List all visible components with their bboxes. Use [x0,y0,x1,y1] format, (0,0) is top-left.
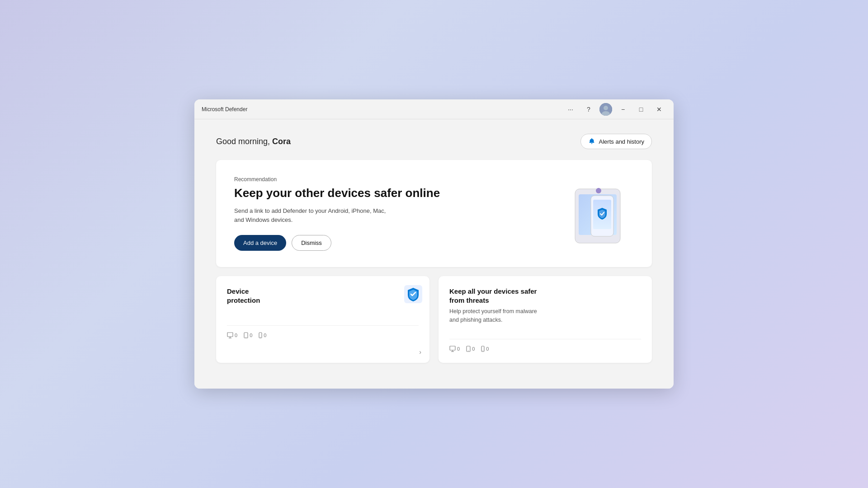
svg-point-21 [468,350,468,351]
phone-count-2-value: 0 [486,346,489,352]
recommendation-buttons: Add a device Dismiss [234,235,561,251]
alerts-history-button[interactable]: Alerts and history [580,134,652,149]
device-illustration [561,180,634,248]
desktop-icon [227,332,233,338]
tablet-icon-2 [466,346,471,352]
avatar-image [599,103,612,116]
close-button[interactable]: ✕ [652,102,666,117]
tablet-count-value: 0 [250,333,252,338]
tablet-count: 0 [244,332,252,338]
app-title: Microsoft Defender [202,106,563,113]
minimize-button[interactable]: − [616,102,630,117]
greeting-text: Good morning, Cora [216,137,291,146]
phone-count: 0 [259,332,266,338]
minimize-icon: − [621,106,625,113]
phone-icon [259,332,262,338]
svg-point-23 [483,350,483,351]
svg-point-16 [260,337,261,338]
help-icon: ? [587,106,590,113]
alerts-button-label: Alerts and history [599,138,644,145]
desktop-count-2: 0 [449,346,460,352]
svg-rect-10 [227,333,233,337]
desktop-icon-2 [449,346,456,352]
recommendation-title: Keep your other devices safer online [234,186,561,200]
user-name: Cora [272,137,291,146]
tablet-icon [244,332,248,338]
tablet-count-2: 0 [466,346,475,352]
header-row: Good morning, Cora Alerts and history [216,134,652,149]
desktop-count: 0 [227,332,237,338]
tablet-count-2-value: 0 [472,346,475,352]
svg-point-1 [604,106,608,110]
protection-icon [404,285,420,301]
more-options-button[interactable]: ··· [563,102,578,117]
phone-count-2: 0 [481,346,489,352]
more-icon: ··· [568,106,573,113]
svg-point-14 [245,337,246,338]
keep-devices-title: Keep all your devices saferfrom threats [449,287,641,305]
greeting-prefix: Good morning, [216,137,272,146]
user-avatar[interactable] [599,103,612,116]
maximize-button[interactable]: □ [634,102,648,117]
device-protection-footer: 0 0 0 [227,325,419,338]
desktop-count-value: 0 [235,333,237,338]
recommendation-card: Recommendation Keep your other devices s… [216,160,652,267]
main-window: Microsoft Defender ··· ? − [194,99,674,389]
recommendation-label: Recommendation [234,176,561,183]
dismiss-button[interactable]: Dismiss [292,235,331,251]
recommendation-text: Recommendation Keep your other devices s… [234,176,561,251]
bottom-cards: Deviceprotection [216,276,652,363]
main-content: Good morning, Cora Alerts and history Re… [194,119,674,389]
desktop-count-2-value: 0 [457,346,460,352]
phone-icon-2 [481,346,485,352]
titlebar: Microsoft Defender ··· ? − [194,99,674,119]
svg-rect-17 [450,346,455,350]
bell-icon [588,138,595,145]
close-icon: ✕ [656,106,662,113]
device-protection-card: Deviceprotection [216,276,429,363]
add-device-button[interactable]: Add a device [234,235,286,251]
titlebar-controls: ··· ? − □ ✕ [563,102,666,117]
svg-rect-8 [598,188,599,192]
devices-svg [561,180,634,248]
keep-devices-safer-card: Keep all your devices saferfrom threats … [439,276,652,363]
chevron-right-icon[interactable]: › [419,348,421,356]
help-button[interactable]: ? [581,102,596,117]
device-protection-title: Deviceprotection [227,287,419,305]
keep-devices-description: Help protect yourself from malwareand ph… [449,307,641,324]
keep-devices-footer: 0 0 0 [449,339,641,352]
maximize-icon: □ [639,106,643,113]
recommendation-description: Send a link to add Defender to your Andr… [234,206,561,224]
phone-count-value: 0 [264,333,266,338]
